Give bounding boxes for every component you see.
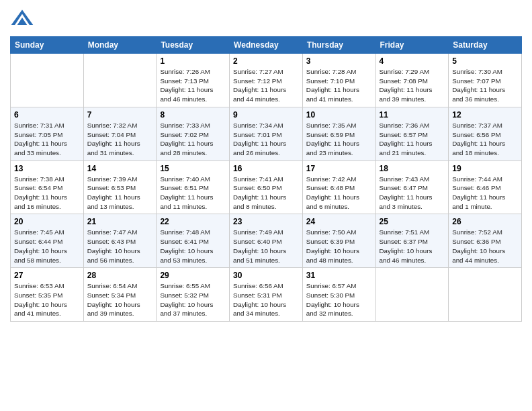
day-info: Sunrise: 7:38 AM Sunset: 6:54 PM Dayligh… [14, 175, 80, 212]
calendar-cell: 29Sunrise: 6:55 AM Sunset: 5:32 PM Dayli… [157, 268, 230, 322]
day-number: 17 [306, 164, 372, 173]
day-info: Sunrise: 7:33 AM Sunset: 7:02 PM Dayligh… [160, 121, 226, 158]
day-number: 21 [87, 217, 153, 226]
calendar-cell: 22Sunrise: 7:48 AM Sunset: 6:41 PM Dayli… [157, 214, 230, 268]
calendar-cell: 15Sunrise: 7:40 AM Sunset: 6:51 PM Dayli… [157, 161, 230, 214]
logo-icon [10, 7, 34, 31]
calendar-week-1: 1Sunrise: 7:26 AM Sunset: 7:13 PM Daylig… [11, 54, 522, 107]
day-info: Sunrise: 7:29 AM Sunset: 7:08 PM Dayligh… [380, 67, 445, 104]
day-info: Sunrise: 7:41 AM Sunset: 6:50 PM Dayligh… [233, 175, 299, 212]
day-info: Sunrise: 6:53 AM Sunset: 5:35 PM Dayligh… [14, 281, 80, 318]
day-number: 23 [233, 217, 299, 226]
day-info: Sunrise: 6:54 AM Sunset: 5:34 PM Dayligh… [87, 281, 153, 318]
day-info: Sunrise: 7:52 AM Sunset: 6:36 PM Dayligh… [452, 228, 518, 265]
day-info: Sunrise: 7:50 AM Sunset: 6:39 PM Dayligh… [306, 228, 372, 265]
day-info: Sunrise: 7:37 AM Sunset: 6:56 PM Dayligh… [452, 121, 518, 158]
day-info: Sunrise: 7:44 AM Sunset: 6:46 PM Dayligh… [452, 175, 518, 212]
day-number: 6 [14, 110, 80, 120]
day-info: Sunrise: 7:36 AM Sunset: 6:57 PM Dayligh… [380, 121, 445, 158]
day-number: 2 [233, 56, 299, 66]
calendar-cell: 21Sunrise: 7:47 AM Sunset: 6:43 PM Dayli… [83, 214, 157, 268]
calendar-cell: 24Sunrise: 7:50 AM Sunset: 6:39 PM Dayli… [302, 214, 375, 268]
day-number: 19 [452, 164, 518, 173]
day-number: 3 [306, 56, 372, 66]
day-info: Sunrise: 6:56 AM Sunset: 5:31 PM Dayligh… [233, 281, 299, 318]
day-info: Sunrise: 7:34 AM Sunset: 7:01 PM Dayligh… [233, 121, 299, 158]
calendar-cell: 18Sunrise: 7:43 AM Sunset: 6:47 PM Dayli… [375, 161, 449, 214]
calendar-cell: 27Sunrise: 6:53 AM Sunset: 5:35 PM Dayli… [11, 268, 84, 322]
day-number: 20 [14, 217, 80, 226]
day-info: Sunrise: 7:30 AM Sunset: 7:07 PM Dayligh… [452, 67, 518, 104]
day-number: 30 [233, 271, 299, 280]
calendar-cell: 17Sunrise: 7:42 AM Sunset: 6:48 PM Dayli… [302, 161, 375, 214]
day-number: 24 [306, 217, 372, 226]
day-info: Sunrise: 7:26 AM Sunset: 7:13 PM Dayligh… [160, 67, 226, 104]
calendar-cell: 3Sunrise: 7:28 AM Sunset: 7:10 PM Daylig… [302, 54, 375, 107]
day-number: 26 [452, 217, 518, 226]
calendar-cell: 16Sunrise: 7:41 AM Sunset: 6:50 PM Dayli… [230, 161, 303, 214]
calendar-cell: 19Sunrise: 7:44 AM Sunset: 6:46 PM Dayli… [449, 161, 522, 214]
day-info: Sunrise: 7:39 AM Sunset: 6:53 PM Dayligh… [87, 175, 153, 212]
calendar-cell [83, 54, 157, 107]
day-number: 1 [160, 56, 226, 66]
calendar-cell: 28Sunrise: 6:54 AM Sunset: 5:34 PM Dayli… [83, 268, 157, 322]
day-info: Sunrise: 7:31 AM Sunset: 7:05 PM Dayligh… [14, 121, 80, 158]
calendar-table: SundayMondayTuesdayWednesdayThursdayFrid… [10, 36, 522, 322]
day-number: 14 [87, 164, 153, 173]
calendar-header-saturday: Saturday [449, 37, 522, 54]
day-number: 18 [380, 164, 445, 173]
day-number: 10 [306, 110, 372, 120]
day-number: 31 [306, 271, 372, 280]
day-info: Sunrise: 7:48 AM Sunset: 6:41 PM Dayligh… [160, 228, 226, 265]
calendar-week-3: 13Sunrise: 7:38 AM Sunset: 6:54 PM Dayli… [11, 161, 522, 214]
day-info: Sunrise: 7:27 AM Sunset: 7:12 PM Dayligh… [233, 67, 299, 104]
calendar-cell: 1Sunrise: 7:26 AM Sunset: 7:13 PM Daylig… [157, 54, 230, 107]
calendar-cell: 4Sunrise: 7:29 AM Sunset: 7:08 PM Daylig… [375, 54, 449, 107]
day-number: 11 [380, 110, 445, 120]
day-number: 4 [380, 56, 445, 66]
calendar-cell [449, 268, 522, 322]
day-info: Sunrise: 7:49 AM Sunset: 6:40 PM Dayligh… [233, 228, 299, 265]
day-number: 16 [233, 164, 299, 173]
day-number: 13 [14, 164, 80, 173]
header [10, 7, 522, 31]
day-info: Sunrise: 7:42 AM Sunset: 6:48 PM Dayligh… [306, 175, 372, 212]
calendar-header-wednesday: Wednesday [230, 37, 303, 54]
calendar-cell [11, 54, 84, 107]
day-number: 8 [160, 110, 226, 120]
day-info: Sunrise: 7:32 AM Sunset: 7:04 PM Dayligh… [87, 121, 153, 158]
day-number: 7 [87, 110, 153, 120]
day-info: Sunrise: 7:51 AM Sunset: 6:37 PM Dayligh… [380, 228, 445, 265]
calendar-cell [375, 268, 449, 322]
day-info: Sunrise: 6:55 AM Sunset: 5:32 PM Dayligh… [160, 281, 226, 318]
day-number: 5 [452, 56, 518, 66]
calendar-cell: 11Sunrise: 7:36 AM Sunset: 6:57 PM Dayli… [375, 107, 449, 161]
calendar-cell: 23Sunrise: 7:49 AM Sunset: 6:40 PM Dayli… [230, 214, 303, 268]
calendar-cell: 6Sunrise: 7:31 AM Sunset: 7:05 PM Daylig… [11, 107, 84, 161]
logo [10, 7, 37, 31]
day-number: 22 [160, 217, 226, 226]
calendar-week-2: 6Sunrise: 7:31 AM Sunset: 7:05 PM Daylig… [11, 107, 522, 161]
calendar-header-monday: Monday [83, 37, 157, 54]
calendar-cell: 13Sunrise: 7:38 AM Sunset: 6:54 PM Dayli… [11, 161, 84, 214]
calendar-cell: 14Sunrise: 7:39 AM Sunset: 6:53 PM Dayli… [83, 161, 157, 214]
day-info: Sunrise: 7:47 AM Sunset: 6:43 PM Dayligh… [87, 228, 153, 265]
calendar-cell: 31Sunrise: 6:57 AM Sunset: 5:30 PM Dayli… [302, 268, 375, 322]
calendar-cell: 30Sunrise: 6:56 AM Sunset: 5:31 PM Dayli… [230, 268, 303, 322]
calendar-week-5: 27Sunrise: 6:53 AM Sunset: 5:35 PM Dayli… [11, 268, 522, 322]
calendar-header-thursday: Thursday [302, 37, 375, 54]
page: SundayMondayTuesdayWednesdayThursdayFrid… [0, 0, 532, 411]
calendar-cell: 10Sunrise: 7:35 AM Sunset: 6:59 PM Dayli… [302, 107, 375, 161]
day-info: Sunrise: 7:43 AM Sunset: 6:47 PM Dayligh… [380, 175, 445, 212]
calendar-cell: 12Sunrise: 7:37 AM Sunset: 6:56 PM Dayli… [449, 107, 522, 161]
day-info: Sunrise: 7:35 AM Sunset: 6:59 PM Dayligh… [306, 121, 372, 158]
day-number: 27 [14, 271, 80, 280]
day-number: 15 [160, 164, 226, 173]
calendar-week-4: 20Sunrise: 7:45 AM Sunset: 6:44 PM Dayli… [11, 214, 522, 268]
day-number: 28 [87, 271, 153, 280]
day-number: 25 [380, 217, 445, 226]
day-info: Sunrise: 6:57 AM Sunset: 5:30 PM Dayligh… [306, 281, 372, 318]
calendar-cell: 26Sunrise: 7:52 AM Sunset: 6:36 PM Dayli… [449, 214, 522, 268]
day-number: 9 [233, 110, 299, 120]
day-info: Sunrise: 7:45 AM Sunset: 6:44 PM Dayligh… [14, 228, 80, 265]
